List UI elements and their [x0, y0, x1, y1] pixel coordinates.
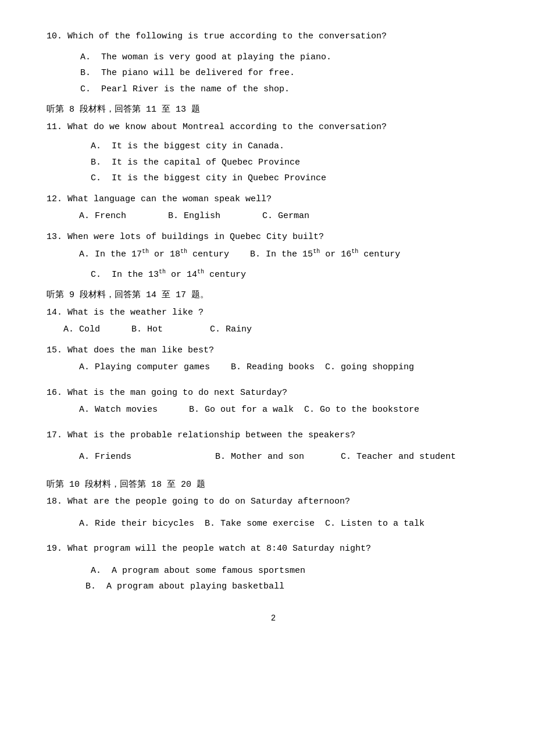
option-11-c: C. It is the biggest city in Quebec Prov…: [70, 171, 500, 186]
question-19: 19. What program will the people watch a…: [47, 541, 500, 594]
question-11: 11. What do we know about Montreal accor…: [47, 120, 500, 186]
option-12-inline: A. French B. English C. German: [58, 209, 500, 224]
option-17-inline: A. Friends B. Mother and son C. Teacher …: [58, 450, 500, 465]
question-14: 14. What is the weather like ? A. Cold B…: [47, 305, 500, 337]
question-10-text: 10. Which of the following is true accor…: [47, 29, 500, 44]
option-10-b: B. The piano will be delivered for free.: [70, 66, 500, 81]
section-9-header: 听第 9 段材料，回答第 14 至 17 题。: [47, 288, 500, 303]
question-18: 18. What are the people going to do on S…: [47, 494, 500, 531]
question-12: 12. What language can the woman speak we…: [47, 192, 500, 224]
question-16: 16. What is the man going to do next Sat…: [47, 386, 500, 418]
page-content: 10. Which of the following is true accor…: [47, 29, 500, 625]
question-17: 17. What is the probable relationship be…: [47, 428, 500, 465]
option-11-b: B. It is the capital of Quebec Province: [70, 155, 500, 170]
option-19-a: A. A program about some famous sportsmen: [70, 564, 500, 579]
option-13-ab: A. In the 17th or 18th century B. In the…: [58, 247, 500, 262]
section-10-header: 听第 10 段材料，回答第 18 至 20 题: [47, 477, 500, 493]
page-number: 2: [47, 612, 500, 626]
option-13-c: C. In the 13th or 14th century: [70, 267, 500, 283]
question-13-text: 13. When were lots of buildings in Quebe…: [47, 230, 500, 245]
question-10: 10. Which of the following is true accor…: [47, 29, 500, 97]
option-14-inline: A. Cold B. Hot C. Rainy: [58, 322, 500, 337]
option-19-b: B. A program about playing basketball: [70, 579, 500, 594]
section-8-header: 听第 8 段材料，回答第 11 至 13 题: [47, 102, 500, 117]
question-12-text: 12. What language can the woman speak we…: [47, 192, 500, 207]
question-15-text: 15. What does the man like best?: [47, 343, 500, 358]
question-13: 13. When were lots of buildings in Quebe…: [47, 230, 500, 283]
question-11-text: 11. What do we know about Montreal accor…: [47, 120, 500, 135]
question-17-text: 17. What is the probable relationship be…: [47, 428, 500, 443]
question-14-text: 14. What is the weather like ?: [47, 305, 500, 320]
option-11-a: A. It is the biggest city in Canada.: [70, 139, 500, 154]
question-19-text: 19. What program will the people watch a…: [47, 541, 500, 557]
option-10-a: A. The woman is very good at playing the…: [70, 50, 500, 65]
question-18-text: 18. What are the people going to do on S…: [47, 494, 500, 509]
question-15: 15. What does the man like best? A. Play…: [47, 343, 500, 375]
question-16-text: 16. What is the man going to do next Sat…: [47, 386, 500, 401]
option-18-inline: A. Ride their bicycles B. Take some exer…: [58, 516, 500, 532]
option-16-inline: A. Watch movies B. Go out for a walk C. …: [58, 402, 500, 418]
option-10-c: C. Pearl River is the name of the shop.: [70, 82, 500, 97]
option-15-inline: A. Playing computer games B. Reading boo…: [58, 360, 500, 375]
